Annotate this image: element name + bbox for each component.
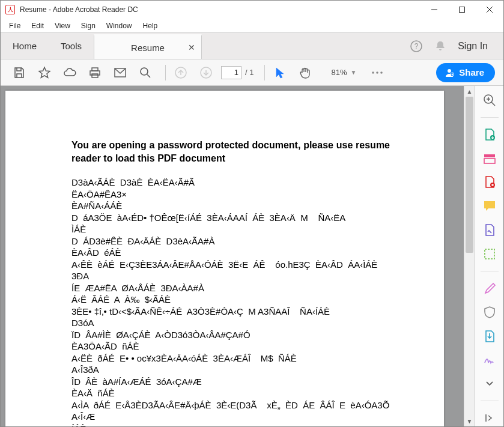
share-button-label: Share xyxy=(459,67,484,77)
menu-help[interactable]: Help xyxy=(138,20,163,31)
document-tab-label: Resume xyxy=(131,43,165,53)
comment-icon[interactable] xyxy=(480,198,499,214)
bell-icon[interactable] xyxy=(434,40,447,53)
menu-sign[interactable]: Sign xyxy=(76,20,100,31)
document-text-line: D ÁD3è#ÊÈ ÐA‹ÄÁÈ D3èA‹ÃA#À xyxy=(71,235,408,247)
sign-tool-icon[interactable] xyxy=(480,280,499,297)
document-text-line: 3ÐA xyxy=(71,270,408,282)
close-tab-icon[interactable]: ✕ xyxy=(188,43,195,52)
svg-rect-26 xyxy=(484,154,495,157)
sign-in-link[interactable]: Sign In xyxy=(458,41,488,52)
document-text-line: D áA3ÖE àA‹ÉD• †OÊœ[Ë‹íÁÉ 3ÈA‹ÁAAÍ ÁÈ 3È… xyxy=(71,212,408,224)
edit-pdf-icon[interactable] xyxy=(480,174,499,191)
svg-line-11 xyxy=(147,74,150,77)
share-button[interactable]: Share xyxy=(436,63,495,82)
document-text-line: D3óA xyxy=(71,317,408,329)
svg-point-10 xyxy=(141,68,148,75)
zoom-tool-icon[interactable] xyxy=(480,92,499,109)
document-text-line: D3àA‹ÃÁÈ D3àÈ ÈA‹ËA‹Ã#Ã xyxy=(71,177,408,189)
svg-rect-8 xyxy=(92,74,98,77)
zoom-dropdown-caret-icon[interactable]: ▼ xyxy=(351,69,357,76)
close-button[interactable] xyxy=(476,1,503,19)
document-text-line: A‹Î‹Æ xyxy=(71,411,408,423)
toolbar: / 1 81% ▼ Share xyxy=(1,59,503,86)
document-text-line: ÈA3ÖA‹ÃD ñÁÈ xyxy=(71,341,408,353)
star-icon[interactable] xyxy=(34,62,55,83)
expand-more-icon[interactable] xyxy=(480,375,499,392)
document-text-line: 3ÈE• ‡î‚• tD‹<$‹ÃA‹ÑÊ‹÷ÁÉ A3Ò3È#ÓA‹Ç M A… xyxy=(71,306,408,318)
document-text-line: ÈA‹Ä ñÁÈ xyxy=(71,387,408,399)
document-text-line: ÎD ÂÈ àA#ÍA‹ÆÁÉ 3óA‹ÇA#Æ xyxy=(71,376,408,388)
document-viewport[interactable]: You are opening a password protected doc… xyxy=(1,86,464,426)
page-number-input[interactable] xyxy=(221,66,241,79)
maximize-button[interactable] xyxy=(448,1,476,19)
menu-file[interactable]: File xyxy=(4,20,25,31)
selection-tool-icon[interactable] xyxy=(270,62,290,83)
document-text-line: ÈA#ÑA‹ÁÁÈ xyxy=(71,200,408,212)
vertical-scrollbar[interactable]: ▲ ▼ xyxy=(464,86,475,426)
hand-tool-icon[interactable] xyxy=(295,62,315,83)
app-icon: 人 xyxy=(5,5,15,14)
collapse-panel-icon[interactable] xyxy=(480,410,499,426)
document-tab[interactable]: Resume ✕ xyxy=(94,34,202,59)
svg-rect-6 xyxy=(92,68,98,71)
document-text-line: A‹Î3ðA xyxy=(71,364,408,376)
page-up-icon[interactable] xyxy=(171,62,191,83)
svg-point-15 xyxy=(377,71,379,74)
svg-point-14 xyxy=(372,71,375,74)
create-pdf-icon[interactable] xyxy=(480,150,499,167)
save-icon[interactable] xyxy=(9,62,29,83)
help-icon[interactable]: ? xyxy=(410,40,423,53)
svg-rect-1 xyxy=(460,7,465,13)
protect-icon[interactable] xyxy=(480,304,499,321)
document-page: You are opening a password protected doc… xyxy=(5,91,444,426)
document-text-line: A‹ÊÈ èÁÉ E‹Ç3ÈE3ÁA‹ÂE#ÅA‹ÓÁÈ 3Ë‹E ÁÊ óo.… xyxy=(71,259,408,271)
svg-rect-31 xyxy=(485,249,494,259)
svg-line-24 xyxy=(491,102,495,106)
cloud-icon[interactable] xyxy=(59,62,80,83)
scroll-up-icon[interactable]: ▲ xyxy=(464,86,475,97)
print-icon[interactable] xyxy=(85,62,105,83)
window-title: Resume - Adobe Acrobat Reader DC xyxy=(20,5,138,14)
document-text-line: ÍÁÈ xyxy=(71,423,408,426)
scrollbar-thumb[interactable] xyxy=(466,97,473,253)
more-tools-icon[interactable] xyxy=(367,62,387,83)
compress-icon[interactable] xyxy=(480,328,499,345)
tabbar: Home Tools Resume ✕ ? Sign In xyxy=(1,33,503,59)
svg-point-16 xyxy=(381,71,383,74)
workspace: You are opening a password protected doc… xyxy=(1,86,503,426)
zoom-value: 81% xyxy=(331,68,347,77)
document-text-line: ÈA‹ÂD éÁÈ xyxy=(71,247,408,259)
document-text-line: ÍE ÆA#ËA ØA‹ÅÁÈ 3ÐA‹ÀA#À xyxy=(71,282,408,294)
fill-sign-icon[interactable] xyxy=(480,222,499,238)
document-text-line: ÌÁÈ xyxy=(71,223,408,235)
document-text-line: ÏD ÂA#ÌÈ ØA‹ÇÁÈ A‹ÒD3ó3ÒA‹ÂA#ÇA#Ó xyxy=(71,329,408,341)
page-total-label: / 1 xyxy=(245,68,254,77)
tools-tab[interactable]: Tools xyxy=(49,33,94,59)
document-text-line: A‹ËÈ ðÁÉ E• • oc¥x3ÈA‹ÄA‹óÁÈ 3ÈA‹ÆÁÎ M$ … xyxy=(71,353,408,365)
svg-rect-27 xyxy=(484,159,495,163)
document-heading: You are opening a password protected doc… xyxy=(71,139,390,165)
signature-icon[interactable] xyxy=(480,352,499,369)
document-area: You are opening a password protected doc… xyxy=(1,86,475,426)
more-tools-green-icon[interactable] xyxy=(480,246,499,262)
search-icon[interactable] xyxy=(135,62,156,83)
document-text-line: ËA‹ÖA#ÊA3× xyxy=(71,189,408,201)
menubar: File Edit View Sign Window Help xyxy=(1,19,503,33)
document-text-line: Á‹Ë ÂÁÉ A À‰ $‹ÃÁÈ xyxy=(71,294,408,306)
svg-point-17 xyxy=(448,69,451,73)
menu-window[interactable]: Window xyxy=(102,20,137,31)
minimize-button[interactable] xyxy=(421,1,448,19)
menu-edit[interactable]: Edit xyxy=(26,20,49,31)
document-text-line: A‹ÌA ðÁÉ E‹Å3ÈD3ÃA‹ÂE#Ä‹þÁÈ 3È‹E(D3Ã xÈ„… xyxy=(71,399,408,411)
menu-view[interactable]: View xyxy=(50,20,75,31)
page-down-icon[interactable] xyxy=(196,62,216,83)
titlebar: 人 Resume - Adobe Acrobat Reader DC xyxy=(1,1,503,19)
document-body: D3àA‹ÃÁÈ D3àÈ ÈA‹ËA‹Ã#ÃËA‹ÖA#ÊA3×ÈA#ÑA‹Á… xyxy=(71,177,408,426)
email-icon[interactable] xyxy=(110,62,130,83)
home-tab[interactable]: Home xyxy=(1,33,49,59)
scroll-down-icon[interactable]: ▼ xyxy=(464,416,475,426)
svg-text:?: ? xyxy=(414,42,419,50)
export-pdf-icon[interactable] xyxy=(480,126,499,143)
right-tools-panel xyxy=(475,86,503,426)
